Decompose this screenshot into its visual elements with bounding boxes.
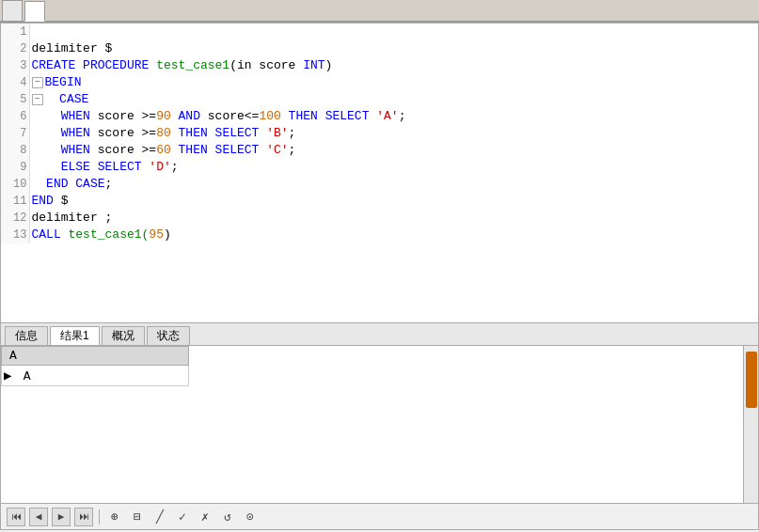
token: >= [142,126,157,140]
line-content: WHEN score >=60 THEN SELECT 'C'; [29,142,758,159]
code-line: 6 WHEN score >=90 AND score<=100 THEN SE… [1,108,758,125]
tab-info[interactable]: 信息 [5,326,48,345]
token [32,126,61,140]
token: SELECT [325,109,377,123]
token: score [90,126,142,140]
code-line: 11END $ [1,193,758,210]
line-number: 6 [1,108,29,125]
last-button[interactable]: ⏭ [74,508,93,526]
token: 'D' [149,160,170,174]
prev-button[interactable]: ◀ [29,508,48,526]
code-line: 7 WHEN score >=80 THEN SELECT 'B'; [1,125,758,142]
token: ) [325,58,333,72]
token: >= [142,143,157,157]
token: CREATE [32,58,76,72]
tab-result1[interactable]: 结果1 [50,326,100,345]
line-number: 1 [1,23,29,40]
line-content: delimiter $ [29,40,758,57]
token: 'C' [266,143,288,157]
row-indicator: ▶ [4,368,24,383]
token: 90 [156,109,171,123]
token: 60 [156,143,171,157]
code-line: 3CREATE PROCEDURE test_case1(in score IN… [1,57,758,74]
token: ; [171,160,179,174]
token: $ [105,41,113,55]
token: $ [54,194,69,208]
line-number: 5 [1,91,29,108]
collapse-marker[interactable]: − [32,77,43,88]
token [32,109,61,123]
token: delimiter [32,41,105,55]
line-number: 12 [1,210,29,227]
code-line: 1 [1,23,758,40]
scrollbar-thumb[interactable] [746,352,757,408]
tab-overview[interactable]: 概况 [102,326,145,345]
next-button[interactable]: ▶ [52,508,71,526]
token: CASE [59,92,88,106]
token: ; [105,177,113,191]
line-number: 8 [1,142,29,159]
line-number: 3 [1,57,29,74]
delete-icon[interactable]: ⊟ [128,508,147,526]
token: SELECT [215,143,267,157]
token: THEN [171,126,215,140]
code-line: 5− CASE [1,91,758,108]
token: THEN [171,143,215,157]
token: ELSE [61,160,90,174]
token: THEN [281,109,325,123]
line-number: 2 [1,40,29,57]
cancel-icon[interactable]: ✗ [196,508,214,526]
tab-query-builder[interactable] [2,0,23,21]
confirm-icon[interactable]: ✓ [173,508,192,526]
code-line: 10 END CASE; [1,176,758,193]
token: SELECT [90,160,149,174]
cell-a-value: ▶ A [2,366,189,386]
token: ; [289,143,296,157]
result-scrollbar[interactable] [743,346,758,503]
code-line: 13CALL test_case1(95) [1,227,758,243]
token: AND [171,109,208,123]
refresh-icon[interactable]: ↺ [218,508,237,526]
token: END CASE [46,177,104,191]
line-number: 9 [1,159,29,176]
first-button[interactable]: ⏮ [7,508,25,526]
line-content: END $ [29,193,758,210]
line-number: 11 [1,193,29,210]
col-header-a: A [2,347,189,366]
token: INT [303,58,324,72]
token: score [90,143,142,157]
collapse-marker[interactable]: − [32,94,43,105]
token: score [208,109,245,123]
code-line: 4−BEGIN [1,74,758,91]
line-number: 13 [1,227,29,243]
tab-status[interactable]: 状态 [147,326,190,345]
token: WHEN [61,143,90,157]
code-table: 1 2delimiter $3CREATE PROCEDURE test_cas… [1,23,758,243]
token: CALL [32,227,61,242]
tab-query-editor[interactable] [24,1,45,22]
token: WHEN [61,126,90,140]
code-line: 2delimiter $ [1,40,758,57]
add-icon[interactable]: ⊕ [105,508,124,526]
line-content: delimiter ; [29,210,758,227]
token: score [90,109,142,123]
token: BEGIN [45,75,82,89]
code-editor[interactable]: 1 2delimiter $3CREATE PROCEDURE test_cas… [0,23,759,323]
line-content: WHEN score >=90 AND score<=100 THEN SELE… [29,108,758,125]
info-icon[interactable]: ⊙ [241,508,260,526]
line-content: − CASE [29,91,758,108]
edit-icon[interactable]: ╱ [150,508,169,526]
line-content: CALL test_case1(95) [29,227,758,243]
token: PROCEDURE [75,58,156,72]
line-content: −BEGIN [29,74,758,91]
line-number: 4 [1,74,29,91]
line-number: 10 [1,176,29,193]
token: ; [399,109,406,123]
result-tab-bar: 信息 结果1 概况 状态 [1,323,758,346]
result-content: A ▶ A [1,346,758,503]
line-number: 7 [1,125,29,142]
token [45,92,60,106]
result-table-area[interactable]: A ▶ A [1,346,743,503]
token: ) [164,227,171,242]
token: ; [105,211,113,225]
